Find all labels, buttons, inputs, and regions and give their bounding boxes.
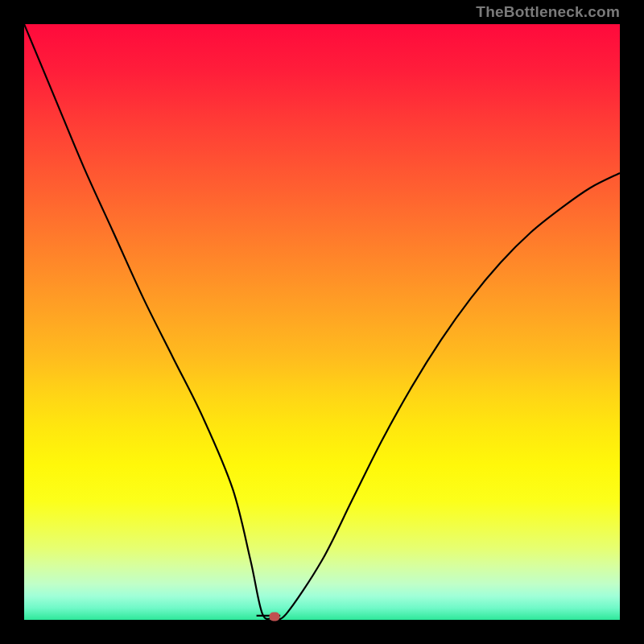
plot-area [24, 24, 620, 620]
curve-path [24, 24, 620, 619]
minimum-marker [269, 613, 279, 621]
bottleneck-curve [24, 24, 620, 620]
watermark-text: TheBottleneck.com [476, 3, 620, 21]
chart-frame: TheBottleneck.com [0, 0, 644, 644]
